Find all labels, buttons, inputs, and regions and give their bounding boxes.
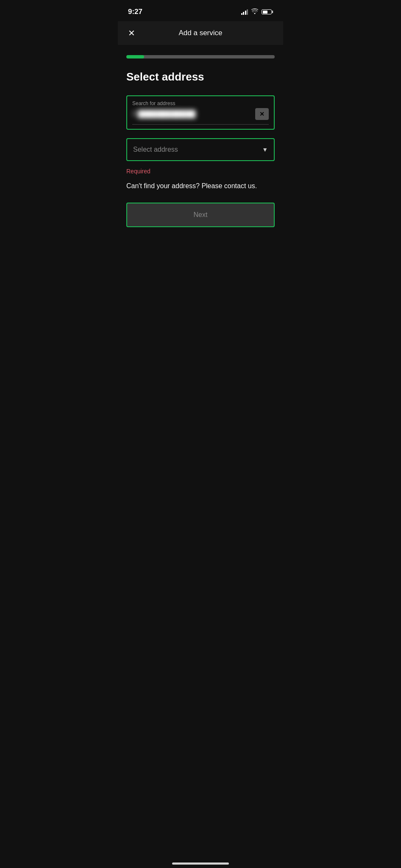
battery-icon <box>262 9 273 14</box>
clear-icon: ✕ <box>259 111 265 117</box>
main-content: Select address Search for address 3 ████… <box>118 45 283 237</box>
header: ✕ Add a service <box>118 21 283 45</box>
select-dropdown[interactable]: Select address ▼ <box>126 138 275 161</box>
divider-line <box>132 124 269 125</box>
signal-icon <box>241 9 248 15</box>
next-button[interactable]: Next <box>126 203 275 227</box>
search-label: Search for address <box>132 100 269 106</box>
search-value: 3 ████████████ <box>132 110 195 118</box>
progress-bar-container <box>126 55 275 58</box>
close-button[interactable]: ✕ <box>126 26 137 40</box>
select-placeholder: Select address <box>133 146 178 153</box>
header-title: Add a service <box>126 29 275 37</box>
clear-button[interactable]: ✕ <box>255 108 269 120</box>
close-icon: ✕ <box>128 28 135 38</box>
search-field-container[interactable]: Search for address 3 ████████████ ✕ <box>126 95 275 130</box>
chevron-down-icon: ▼ <box>262 146 268 153</box>
status-bar: 9:27 <box>118 0 283 21</box>
progress-bar-fill <box>126 55 144 58</box>
section-title: Select address <box>126 70 275 83</box>
search-input-row: 3 ████████████ ✕ <box>132 108 269 120</box>
required-text: Required <box>126 168 275 175</box>
wifi-icon <box>251 8 258 15</box>
status-icons <box>241 8 273 15</box>
contact-text: Can't find your address? Please contact … <box>126 181 275 191</box>
status-time: 9:27 <box>128 8 142 16</box>
